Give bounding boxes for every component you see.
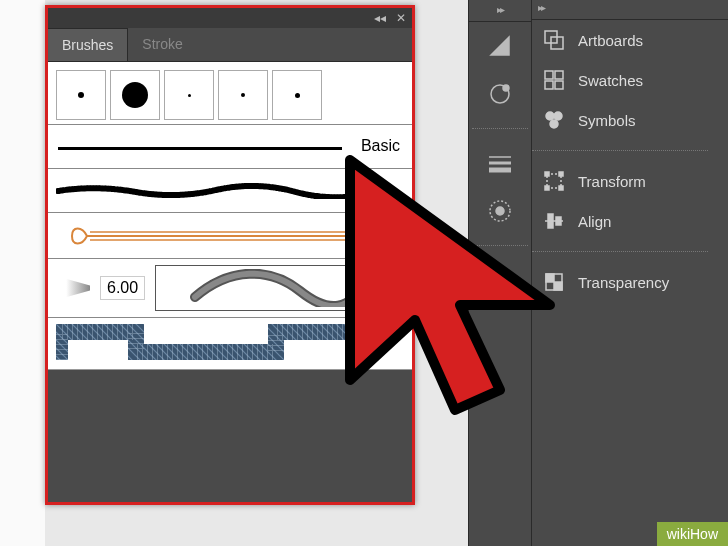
transform-icon	[542, 169, 566, 193]
separator	[532, 150, 708, 151]
panel-label: Artboards	[578, 32, 643, 49]
brush-charcoal[interactable]	[48, 168, 412, 212]
panel-list: ▸▸ Artboards Swatches Symbols Transform …	[532, 0, 728, 546]
svg-rect-27	[556, 217, 561, 225]
tab-brushes[interactable]: Brushes	[48, 28, 128, 61]
panel-transform[interactable]: Transform	[532, 161, 728, 201]
svg-rect-15	[545, 81, 553, 89]
pattern-stroke-icon	[56, 324, 386, 364]
svg-rect-29	[546, 274, 554, 282]
separator	[532, 251, 708, 252]
svg-rect-23	[545, 186, 549, 190]
watermark: wikiHow	[657, 522, 728, 546]
icon-column: ▸▸	[468, 0, 532, 546]
color-icon[interactable]	[480, 26, 520, 66]
brush-thumb[interactable]	[110, 70, 160, 120]
expand-icon[interactable]: ▸▸	[469, 4, 531, 22]
tab-stroke[interactable]: Stroke	[128, 28, 196, 61]
svg-point-18	[554, 112, 562, 120]
wave-icon	[190, 269, 370, 307]
brush-name: Basic	[361, 137, 400, 155]
brush-thumb[interactable]	[164, 70, 214, 120]
svg-point-4	[503, 85, 509, 91]
color-guide-icon[interactable]	[480, 74, 520, 114]
svg-rect-24	[559, 186, 563, 190]
stroke-icon-btn[interactable]	[480, 143, 520, 183]
svg-point-9	[496, 207, 504, 215]
panel-swatches[interactable]: Swatches	[532, 60, 728, 100]
panel-label: Transparency	[578, 274, 669, 291]
brushes-body: Basic 6.00	[48, 62, 412, 370]
brushes-panel: ◂◂ ✕ Brushes Stroke Basic	[45, 5, 415, 505]
panel-header: ◂◂ ✕	[48, 8, 412, 28]
transparency-icon	[542, 270, 566, 294]
collapse-icon[interactable]: ◂◂	[374, 11, 386, 25]
appearance-icon[interactable]	[480, 260, 520, 300]
close-icon[interactable]: ✕	[396, 11, 406, 25]
svg-point-17	[546, 112, 554, 120]
svg-point-10	[491, 271, 509, 289]
artboards-icon	[542, 28, 566, 52]
svg-rect-14	[555, 71, 563, 79]
charcoal-stroke-icon	[56, 183, 386, 199]
brush-basic[interactable]: Basic	[48, 124, 412, 168]
panel-label: Align	[578, 213, 611, 230]
svg-rect-26	[548, 214, 553, 228]
panel-align[interactable]: Align	[532, 201, 728, 241]
taper-icon	[56, 276, 90, 300]
swatches-icon	[542, 68, 566, 92]
svg-point-19	[550, 120, 558, 128]
symbols-icon	[542, 108, 566, 132]
brush-thumb[interactable]	[56, 70, 106, 120]
canvas-area	[0, 0, 45, 546]
gradient-icon[interactable]	[480, 191, 520, 231]
separator	[472, 128, 528, 129]
brush-wave-preview[interactable]	[155, 265, 404, 311]
align-icon	[542, 209, 566, 233]
svg-rect-21	[545, 172, 549, 176]
svg-rect-22	[559, 172, 563, 176]
panel-artboards[interactable]: Artboards	[532, 20, 728, 60]
brush-thumb[interactable]	[218, 70, 268, 120]
brush-pattern[interactable]	[48, 317, 412, 369]
svg-rect-30	[554, 282, 562, 290]
brush-thumb[interactable]	[272, 70, 322, 120]
brush-scroll[interactable]	[48, 212, 412, 258]
brush-width-row: 6.00	[48, 258, 412, 317]
expand-list-icon[interactable]: ▸▸	[532, 2, 728, 20]
right-rail: ▸▸ ▸▸ Artboards Swatches Symb	[468, 0, 728, 546]
tab-row: Brushes Stroke	[48, 28, 412, 62]
svg-rect-13	[545, 71, 553, 79]
panel-transparency[interactable]: Transparency	[532, 262, 728, 302]
brush-thumb-row	[48, 62, 412, 124]
basic-line-icon	[58, 147, 342, 150]
panel-label: Symbols	[578, 112, 636, 129]
panel-symbols[interactable]: Symbols	[532, 100, 728, 140]
separator	[472, 245, 528, 246]
scroll-stroke-icon	[62, 221, 392, 251]
panel-label: Transform	[578, 173, 646, 190]
svg-rect-16	[555, 81, 563, 89]
brush-width-value[interactable]: 6.00	[100, 276, 145, 300]
panel-label: Swatches	[578, 72, 643, 89]
